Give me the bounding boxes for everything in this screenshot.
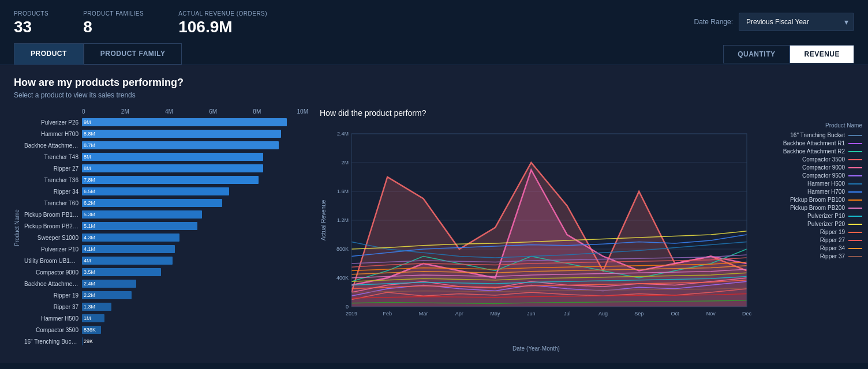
svg-text:Actual Revenue: Actual Revenue xyxy=(320,199,327,240)
list-item: Ripper 37 xyxy=(758,253,862,259)
list-item: Compactor 9000 xyxy=(758,164,862,171)
table-row[interactable]: Hammer H5001M xyxy=(24,313,308,323)
table-row[interactable]: 16" Trenching Bucket29K xyxy=(24,336,308,347)
table-row[interactable]: Ripper 346.5M xyxy=(24,186,308,197)
table-row[interactable]: Pickup Broom PB2005.1M xyxy=(24,221,308,231)
bar-fill: 1M xyxy=(82,314,104,322)
legend-line-color xyxy=(848,191,862,193)
table-row[interactable]: Pickup Broom PB1005.3M xyxy=(24,209,308,220)
table-row[interactable]: Hammer H7008.8M xyxy=(24,129,308,139)
bar-chart-inner: 0 2M 4M 6M 8M 10M Pulverizer P269MHammer… xyxy=(24,108,308,348)
svg-text:800K: 800K xyxy=(336,246,349,252)
legend-line-color xyxy=(848,167,862,168)
svg-text:2M: 2M xyxy=(341,160,349,165)
legend-line-color xyxy=(848,232,862,233)
date-range-wrapper[interactable]: Previous Fiscal Year ▾ xyxy=(739,13,854,31)
kpi-products-value: 33 xyxy=(14,18,48,36)
legend-line-color xyxy=(848,143,862,144)
x-tick-2m: 2M xyxy=(121,108,129,115)
bar-chart-container: Product Name 0 2M 4M 6M 8M 10M Pulverize… xyxy=(14,108,308,348)
bar-fill: 5.3M xyxy=(82,210,202,219)
bar-fill: 4M xyxy=(82,257,173,265)
legend-label: Ripper 27 xyxy=(820,237,845,243)
bar-fill: 8.7M xyxy=(82,141,279,149)
table-row[interactable]: Ripper 371.3M xyxy=(24,302,308,312)
table-row[interactable]: Utility Broom UB10004M xyxy=(24,255,308,266)
table-row[interactable]: Trencher T367.8M xyxy=(24,175,308,185)
tab-quantity[interactable]: QUANTITY xyxy=(723,45,790,63)
bar-row-label: Ripper 37 xyxy=(24,304,82,310)
line-chart-svg: 0400K800K1.2M1.6M2M2.4MActual Revenue201… xyxy=(320,122,753,341)
legend-label: Hammer H700 xyxy=(807,189,845,195)
list-item: Pickup Broom PB200 xyxy=(758,205,862,211)
tabs-right: QUANTITY REVENUE xyxy=(723,45,854,63)
table-row[interactable]: Trencher T606.2M xyxy=(24,198,308,208)
table-row[interactable]: Sweeper S10004.3M xyxy=(24,232,308,243)
legend-line-color xyxy=(848,199,862,201)
kpi-revenue: ACTUAL REVENUE (ORDERS) 106.9M xyxy=(178,10,267,36)
content-row: Product Name 0 2M 4M 6M 8M 10M Pulverize… xyxy=(14,108,854,352)
bar-fill: 5.1M xyxy=(82,222,197,230)
table-row[interactable]: Backhoe Attachment R12.4M xyxy=(24,278,308,289)
list-item: Hammer H500 xyxy=(758,180,862,187)
table-row[interactable]: Backhoe Attachment R28.7M xyxy=(24,140,308,150)
section-subtitle: Select a product to view its sales trend… xyxy=(14,91,854,99)
table-row[interactable]: Ripper 278M xyxy=(24,163,308,174)
svg-text:Jul: Jul xyxy=(564,311,571,317)
legend-label: Compactor 3500 xyxy=(802,156,845,163)
bar-row-label: Ripper 19 xyxy=(24,292,82,299)
bar-row-label: 16" Trenching Bucket xyxy=(24,338,82,345)
bar-value-label: 6.5M xyxy=(82,189,95,194)
bar-track: 8M xyxy=(82,153,308,161)
kpi-families-label: PRODUCT FAMILIES xyxy=(83,10,144,17)
legend-label: Backhoe Attachment R1 xyxy=(783,140,845,146)
tab-product[interactable]: PRODUCT xyxy=(14,43,84,65)
bar-track: 1.3M xyxy=(82,303,308,311)
bar-row-label: Pickup Broom PB100 xyxy=(24,212,82,218)
legend-line-color xyxy=(848,256,862,257)
bar-track: 8M xyxy=(82,164,308,172)
svg-text:400K: 400K xyxy=(336,275,349,281)
table-row[interactable]: Compactor 3500836K xyxy=(24,325,308,335)
bar-row-label: Trencher T36 xyxy=(24,177,82,183)
x-tick-0: 0 xyxy=(82,108,85,115)
bar-rows: Pulverizer P269MHammer H7008.8MBackhoe A… xyxy=(24,117,308,347)
svg-text:Jun: Jun xyxy=(527,311,536,317)
bar-fill: 9M xyxy=(82,118,287,126)
x-axis-ticks: 0 2M 4M 6M 8M 10M xyxy=(24,108,308,115)
bar-chart-area: Product Name 0 2M 4M 6M 8M 10M Pulverize… xyxy=(14,108,308,352)
svg-text:0: 0 xyxy=(346,304,349,310)
bar-track: 6.2M xyxy=(82,199,308,207)
svg-text:Apr: Apr xyxy=(455,311,463,317)
date-range-select[interactable]: Previous Fiscal Year xyxy=(739,13,854,31)
x-tick-8m: 8M xyxy=(253,108,261,115)
kpi-revenue-label: ACTUAL REVENUE (ORDERS) xyxy=(178,10,267,17)
bar-row-label: Trencher T48 xyxy=(24,154,82,160)
list-item: Pulverizer P10 xyxy=(758,213,862,219)
bar-fill: 4.1M xyxy=(82,245,175,253)
table-row[interactable]: Pulverizer P269M xyxy=(24,117,308,127)
legend-label: Pickup Broom PB200 xyxy=(790,205,845,211)
table-row[interactable]: Trencher T488M xyxy=(24,152,308,162)
table-row[interactable]: Pulverizer P104.1M xyxy=(24,244,308,254)
table-row[interactable]: Compactor 90003.5M xyxy=(24,267,308,277)
kpi-families: PRODUCT FAMILIES 8 xyxy=(83,10,144,36)
bar-value-label: 8M xyxy=(82,154,91,160)
bar-row-label: Compactor 9000 xyxy=(24,269,82,276)
tab-revenue[interactable]: REVENUE xyxy=(790,45,854,63)
tab-product-family[interactable]: PRODUCT FAMILY xyxy=(84,43,182,65)
list-item: Ripper 34 xyxy=(758,245,862,251)
bar-fill: 2.2M xyxy=(82,291,132,299)
bar-value-label: 8.8M xyxy=(82,131,95,137)
x-tick-6m: 6M xyxy=(209,108,217,115)
legend-line-color xyxy=(848,175,862,176)
bar-row-label: Hammer H500 xyxy=(24,315,82,322)
bar-value-label: 5.1M xyxy=(82,223,95,229)
legend-label: Hammer H500 xyxy=(807,180,845,187)
tabs-left: PRODUCT PRODUCT FAMILY xyxy=(14,43,182,65)
legend-line-color xyxy=(848,224,862,225)
table-row[interactable]: Ripper 192.2M xyxy=(24,290,308,300)
legend-label: Ripper 19 xyxy=(820,229,845,235)
bar-value-label: 836K xyxy=(82,327,96,333)
bar-value-label: 2.2M xyxy=(82,292,95,298)
